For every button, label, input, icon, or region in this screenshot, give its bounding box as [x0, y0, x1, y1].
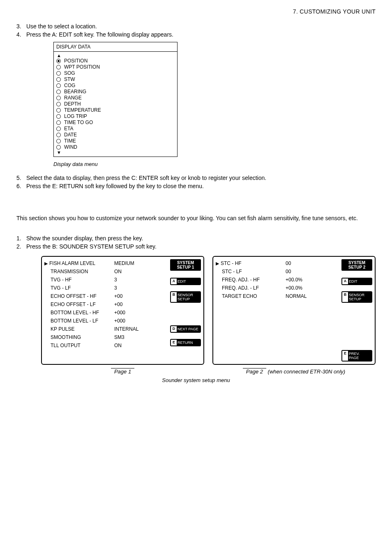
step-group-b: 5. Select the data to display, then pres… — [16, 175, 376, 189]
caret-icon: ▶ — [44, 259, 48, 267]
radio-icon — [56, 120, 61, 125]
softkey-letter: E — [171, 340, 177, 345]
menu-row-value: ON — [114, 267, 155, 276]
radio-option: DATE — [56, 132, 175, 138]
menu-row-value: 00 — [286, 259, 327, 267]
step-5: 5. Select the data to display, then pres… — [16, 175, 376, 181]
radio-icon — [56, 108, 61, 113]
softkey-text: EDIT — [348, 279, 371, 284]
step-number: 5. — [16, 175, 26, 181]
description-paragraph: This section shows you how to customize … — [16, 214, 376, 223]
page2-suffix: (when connected ETR-30N only) — [266, 368, 345, 375]
radio-icon — [56, 96, 61, 100]
menu-row: KP PULSEINTERNAL — [44, 325, 168, 333]
system-setup-2-header: SYSTEM SETUP 2 — [341, 259, 372, 271]
menu-row-value: +00.0% — [286, 284, 327, 292]
step-text: Press the E: RETURN soft key followed by… — [26, 183, 376, 189]
radio-icon — [56, 127, 61, 131]
pages-caption-row: Page 1 Page 2 (when connected ETR-30N on… — [41, 368, 376, 375]
radio-icon — [56, 139, 61, 143]
softkey-a[interactable]: AEDIT — [170, 278, 201, 285]
menu-row: TLL OUTPUTON — [44, 341, 168, 350]
softkey-letter: B — [171, 292, 177, 302]
menu-row-value: 00 — [286, 267, 327, 276]
system-setup-1-panel: ▶FISH ALARM LEVELMEDIUMTRANSMISSIONONTVG… — [41, 256, 204, 365]
menu-row: TARGET ECHONORMAL — [216, 292, 340, 300]
menu-row-label: FREQ. ADJ. - HF — [216, 276, 286, 284]
menu-row-value: INTERNAL — [114, 325, 155, 333]
menu-row-value: SM3 — [114, 333, 155, 341]
menu-row-label: FREQ. ADJ. - LF — [216, 284, 286, 292]
menu-row-label: TVG - HF — [44, 276, 114, 284]
menu-row: ECHO OFFSET - LF+00 — [44, 300, 168, 309]
softkey-a[interactable]: AEDIT — [341, 278, 372, 285]
softkey-b[interactable]: BSENSOR SETUP — [341, 291, 372, 303]
step-text: Use the to select a location. — [26, 23, 376, 30]
radio-label: TIME — [64, 138, 76, 144]
menu-row-value: ON — [114, 341, 155, 350]
menu-row: ▶STC - HF00 — [216, 259, 340, 267]
step-text: Show the sounder display, then press the… — [26, 235, 376, 242]
menu-row: TVG - HF3 — [44, 276, 168, 284]
step-text: Select the data to display, then press t… — [26, 175, 376, 181]
softkey-e[interactable]: ERETURN — [170, 339, 201, 346]
radio-label: WIND — [64, 144, 77, 150]
radio-option: TIME TO GO — [56, 120, 175, 126]
radio-label: COG — [64, 83, 75, 89]
menu1-side: SYSTEM SETUP 1 AEDITBSENSOR SETUPDNEXT P… — [170, 259, 201, 350]
step-text: Press the B: SOUNDER SYSTEM SETUP soft k… — [26, 243, 376, 250]
radio-label: POSITION — [64, 58, 88, 64]
step-number: 6. — [16, 183, 26, 189]
menu-row-label: ECHO OFFSET - HF — [44, 292, 114, 300]
radio-icon — [56, 83, 61, 88]
display-data-title: DISPLAY DATA — [54, 42, 177, 52]
step-1: 1. Show the sounder display, then press … — [16, 235, 376, 242]
menu-row: STC - LF00 — [216, 267, 340, 276]
radio-label: TEMPERATURE — [64, 107, 101, 113]
menu-row-value: +000 — [114, 317, 155, 325]
figure-caption-2: Sounder system setup menu — [16, 377, 376, 383]
radio-label: LOG TRIP — [64, 113, 87, 120]
display-data-box: DISPLAY DATA ▲ POSITIONWPT POSITIONSOGST… — [53, 42, 178, 157]
step-number: 1. — [16, 235, 26, 242]
section-header: 7. CUSTOMIZING YOUR UNIT — [16, 8, 376, 15]
menu-row-value: +000 — [114, 309, 155, 317]
menu2-list: ▶STC - HF00STC - LF00FREQ. ADJ. - HF+00.… — [216, 259, 340, 362]
menu-row-value: 3 — [114, 276, 155, 284]
softkey-letter: D — [171, 326, 177, 332]
softkey-b[interactable]: BSENSOR SETUP — [170, 291, 201, 303]
menu-row-label: KP PULSE — [44, 325, 114, 333]
menu-row: FREQ. ADJ. - HF+00.0% — [216, 276, 340, 284]
softkey-d[interactable]: DNEXT PAGE — [170, 325, 201, 333]
menu-row-label: TVG - LF — [44, 284, 114, 292]
radio-option: BEARING — [56, 89, 175, 95]
menu-row-label: BOTTOM LEVEL - HF — [44, 309, 114, 317]
menu-row-label: TLL OUTPUT — [44, 341, 114, 350]
menu-row-label: TARGET ECHO — [216, 292, 286, 300]
menu-row-label: ECHO OFFSET - LF — [44, 300, 114, 309]
radio-label: TIME TO GO — [64, 120, 93, 126]
softkey-e[interactable]: EPREV. PAGE — [341, 350, 372, 362]
menu-row-label: TRANSMISSION — [44, 267, 114, 276]
system-setup-1-header: SYSTEM SETUP 1 — [170, 259, 201, 271]
menu2-side: SYSTEM SETUP 2 AEDITBSENSOR SETUPEPREV. … — [341, 259, 372, 362]
softkey-letter: A — [171, 279, 177, 284]
setup2-label: SETUP 2 — [348, 265, 366, 269]
step-4: 4. Press the A: EDIT soft key. The follo… — [16, 31, 376, 38]
menu-row: BOTTOM LEVEL - LF+000 — [44, 317, 168, 325]
softkey-letter: A — [342, 279, 348, 284]
setup1-label: SETUP 1 — [177, 265, 194, 269]
menu-row-label: STC - LF — [216, 267, 286, 276]
radio-option: COG — [56, 83, 175, 89]
radio-label: BEARING — [64, 89, 86, 95]
menu-row-value: MEDIUM — [114, 259, 155, 267]
radio-option: DEPTH — [56, 101, 175, 107]
softkey-text: EDIT — [177, 279, 200, 284]
step-group-c: 1. Show the sounder display, then press … — [16, 235, 376, 250]
step-group-a: 3. Use the to select a location. 4. Pres… — [16, 23, 376, 38]
radio-icon — [56, 133, 61, 137]
menu1-list: ▶FISH ALARM LEVELMEDIUMTRANSMISSIONONTVG… — [44, 259, 168, 350]
display-data-body: ▲ POSITIONWPT POSITIONSOGSTWCOGBEARINGRA… — [54, 52, 177, 157]
caret-icon: ▶ — [216, 259, 219, 267]
scroll-down-arrow-icon: ▼ — [57, 150, 175, 155]
